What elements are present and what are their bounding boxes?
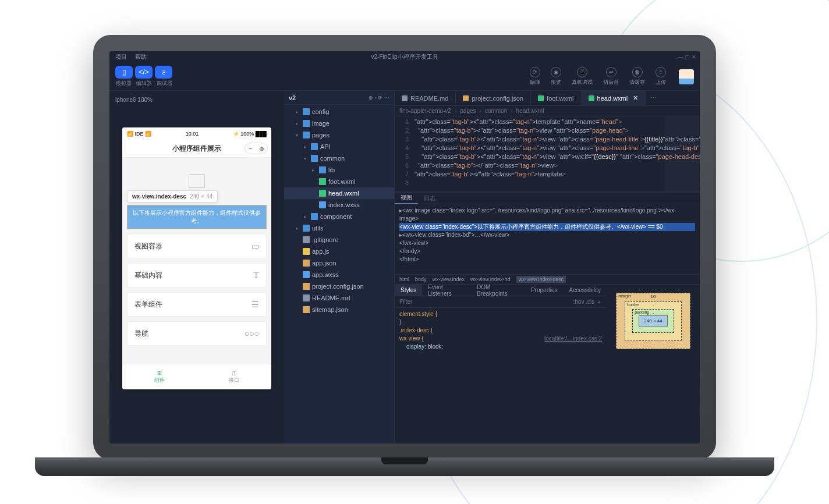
nav-title: 小程序组件展示 xyxy=(172,144,221,154)
devtools-tab-view[interactable]: 视图 xyxy=(395,193,418,204)
toolbar-真机调试[interactable]: 📱真机调试 xyxy=(572,67,593,86)
styles-tab[interactable]: DOM Breakpoints xyxy=(471,285,525,296)
toolbar-编译[interactable]: ⟳编译 xyxy=(530,67,540,86)
menu-item[interactable]: 基础内容𝕋 xyxy=(127,263,267,288)
menu-help[interactable]: 帮助 xyxy=(135,53,147,61)
toggle-simulator[interactable]: ▯ xyxy=(115,66,133,79)
toolbar-上传[interactable]: ⇧上传 xyxy=(656,67,666,86)
tree-item[interactable]: app.wxss xyxy=(284,269,394,281)
menu-item[interactable]: 导航○○○ xyxy=(127,321,267,346)
tree-item[interactable]: app.js xyxy=(284,246,394,257)
editor-tab[interactable]: foot.wxml xyxy=(531,91,581,105)
styles-tab[interactable]: Accessibility xyxy=(564,285,607,296)
tree-item[interactable]: README.md xyxy=(284,292,394,304)
dom-path-segment[interactable]: html xyxy=(399,276,409,282)
tree-item[interactable]: ▸API xyxy=(284,141,394,152)
styles-tab[interactable]: Event Listeners xyxy=(422,285,471,296)
tree-item[interactable]: sitemap.json xyxy=(284,304,394,315)
selected-element[interactable]: 以下将展示小程序官方组件能力，组件样式仅供参考。 xyxy=(127,205,267,229)
toolbar-切后台[interactable]: ↩切后台 xyxy=(603,67,619,86)
tree-item[interactable]: .gitignore xyxy=(284,234,394,246)
dom-path-segment[interactable]: wx-view.index-hd xyxy=(470,276,511,282)
dom-path-segment[interactable]: wx-view.index xyxy=(433,276,465,282)
toolbar-清缓存[interactable]: 🗑清缓存 xyxy=(629,67,645,86)
tree-item[interactable]: ▾pages xyxy=(284,129,394,141)
tree-item[interactable]: ▸config xyxy=(284,106,394,118)
window-controls[interactable]: — ▢ ✕ xyxy=(678,54,696,60)
toolbar: ▯ </> ⫔ 模拟器 编辑器 调试器 ⟳编译◉预览📱真机调试↩切后台🗑清缓存⇧… xyxy=(109,63,700,91)
tabbar-组件[interactable]: ⊞组件 xyxy=(122,364,197,389)
breadcrumb-segment[interactable]: pages xyxy=(460,108,476,114)
breadcrumb-segment[interactable]: common xyxy=(485,108,507,114)
tree-item[interactable]: head.wxml xyxy=(284,187,394,199)
file-explorer: v2 ⊕ ▫ ⟳ ⋯ ▸config▸image▾pages▸API▾commo… xyxy=(284,91,395,443)
simulator-panel: iphone6 100% 📶 IDE 📶 10:01 ⚡ 100% ███ 小程… xyxy=(109,91,284,443)
explorer-actions[interactable]: ⊕ ▫ ⟳ ⋯ xyxy=(369,95,389,101)
tree-item[interactable]: ▸lib xyxy=(284,164,394,176)
status-battery: ⚡ 100% ███ xyxy=(233,131,267,137)
editor-label: 编辑器 xyxy=(136,80,152,87)
status-left: 📶 IDE 📶 xyxy=(127,131,151,137)
tabbar-接口[interactable]: ◫接口 xyxy=(197,364,271,389)
tree-item[interactable]: ▾common xyxy=(284,152,394,164)
dom-path-segment[interactable]: wx-view.index-desc xyxy=(516,276,566,283)
toolbar-预览[interactable]: ◉预览 xyxy=(551,67,561,86)
project-root[interactable]: v2 xyxy=(289,94,296,101)
styles-filter-actions[interactable]: :hov .cls ＋ xyxy=(573,298,602,306)
status-time: 10:01 xyxy=(186,131,199,137)
devtools-tab-log[interactable]: 日志 xyxy=(418,193,441,204)
tree-item[interactable]: foot.wxml xyxy=(284,176,394,187)
breadcrumb-segment[interactable]: head.wxml xyxy=(516,108,544,114)
menu-project[interactable]: 项目 xyxy=(115,53,127,61)
dom-tree[interactable]: ▸<wx-image class="index-logo" src="../re… xyxy=(395,204,700,274)
window-title: v2-FinClip小程序开发工具 xyxy=(371,53,438,61)
debugger-label: 调试器 xyxy=(157,80,172,87)
breadcrumb-segment[interactable]: fino-applet-demo-v2 xyxy=(399,108,451,114)
simulator-label: 模拟器 xyxy=(116,80,132,87)
tab-overflow[interactable]: ⋯ xyxy=(646,91,661,105)
toggle-editor[interactable]: </> xyxy=(135,66,153,79)
capsule-menu[interactable]: ···◎ xyxy=(245,143,268,154)
menu-item[interactable]: 视图容器▭ xyxy=(127,234,267,258)
laptop-frame: 项目 帮助 v2-FinClip小程序开发工具 — ▢ ✕ ▯ </> ⫔ xyxy=(93,35,716,460)
logo-placeholder xyxy=(189,174,205,188)
inspector-tooltip: wx-view.index-desc 240 × 44 xyxy=(127,190,218,203)
styles-filter-input[interactable]: Filter xyxy=(399,299,412,305)
styles-tab[interactable]: Properties xyxy=(525,285,564,296)
styles-tab[interactable]: Styles xyxy=(395,285,422,296)
code-editor[interactable]: 12345678 "attr">class="tag-b"><"attr">cl… xyxy=(395,116,700,192)
editor-tab[interactable]: head.wxml✕ xyxy=(582,91,646,105)
devtools: 视图 日志 ▸<wx-image class="index-logo" src=… xyxy=(395,192,700,443)
avatar[interactable] xyxy=(679,69,694,84)
tree-item[interactable]: project.config.json xyxy=(284,281,394,292)
menu-item[interactable]: 表单组件☰ xyxy=(127,292,267,317)
tree-item[interactable]: ▸image xyxy=(284,118,394,129)
phone-simulator[interactable]: 📶 IDE 📶 10:01 ⚡ 100% ███ 小程序组件展示 ···◎ xyxy=(122,127,271,389)
editor-tab[interactable]: README.md xyxy=(395,91,456,105)
tree-item[interactable]: ▸utils xyxy=(284,222,394,234)
tree-item[interactable]: ▸component xyxy=(284,211,394,222)
tree-item[interactable]: app.json xyxy=(284,257,394,269)
minimap[interactable] xyxy=(665,116,700,191)
box-model: margin 10 border - padding - xyxy=(607,285,700,443)
toggle-debugger[interactable]: ⫔ xyxy=(155,66,172,79)
ide-window: 项目 帮助 v2-FinClip小程序开发工具 — ▢ ✕ ▯ </> ⫔ xyxy=(109,51,700,443)
device-info: iphone6 100% xyxy=(114,95,279,107)
editor-tab[interactable]: project.config.json xyxy=(456,91,531,105)
tree-item[interactable]: index.wxss xyxy=(284,199,394,211)
dom-path-segment[interactable]: body xyxy=(415,276,427,282)
menubar: 项目 帮助 v2-FinClip小程序开发工具 — ▢ ✕ xyxy=(109,51,700,63)
phone-tabbar: ⊞组件◫接口 xyxy=(122,364,271,389)
